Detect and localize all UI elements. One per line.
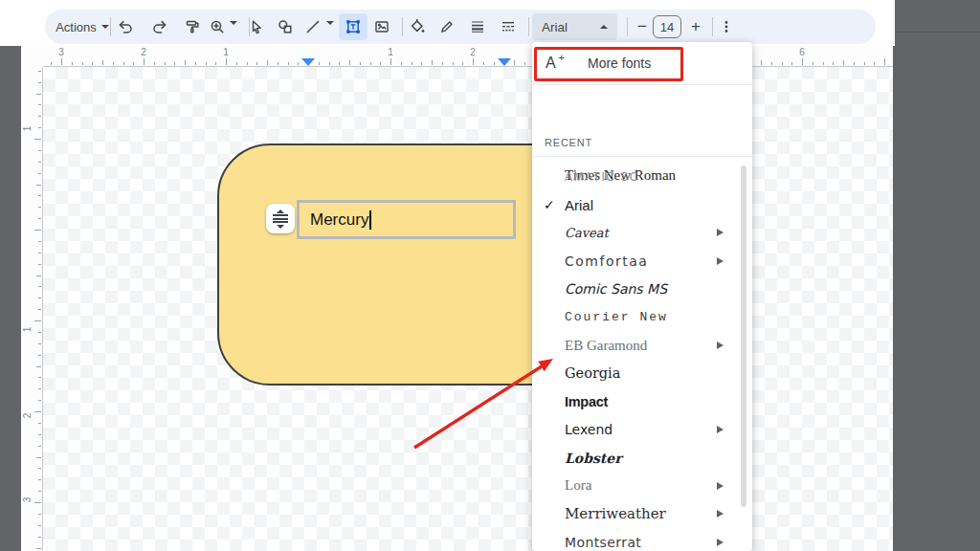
ruler-tick bbox=[329, 62, 330, 66]
font-name: Comic Sans MS bbox=[565, 281, 667, 297]
ruler-tick bbox=[432, 60, 433, 65]
ruler-tick bbox=[38, 218, 42, 219]
ruler-tick bbox=[36, 94, 41, 95]
ruler-tick bbox=[38, 253, 42, 253]
ruler-tick bbox=[38, 491, 42, 492]
submenu-arrow-icon bbox=[717, 510, 724, 518]
ruler-tick bbox=[771, 62, 772, 66]
ruler-tick bbox=[38, 400, 42, 401]
actions-menu-button[interactable]: Actions bbox=[55, 13, 110, 40]
ruler-tick bbox=[36, 366, 41, 367]
fill-color-button[interactable] bbox=[404, 13, 431, 40]
ruler-tick bbox=[864, 62, 865, 66]
ruler-indent-marker[interactable] bbox=[498, 58, 511, 66]
ruler-tick bbox=[34, 139, 41, 140]
text-box-tool-button-active[interactable] bbox=[339, 13, 368, 40]
ruler-tick bbox=[38, 525, 42, 526]
drawing-canvas[interactable]: Mercury bbox=[43, 67, 893, 551]
ruler-tick bbox=[51, 62, 52, 66]
ruler-tick bbox=[256, 62, 257, 66]
line-tool-button[interactable] bbox=[300, 13, 326, 40]
submenu-arrow-icon bbox=[717, 229, 724, 236]
ruler-tick bbox=[298, 62, 299, 66]
ruler-tick bbox=[38, 150, 42, 151]
font-menu-item-merriweather[interactable]: Merriweather bbox=[532, 500, 752, 528]
line-weight-button[interactable] bbox=[464, 13, 491, 40]
ruler-tick bbox=[34, 230, 41, 231]
vertical-ruler[interactable]: 1123 bbox=[21, 67, 43, 551]
ruler-tick bbox=[185, 60, 186, 65]
ruler-tick bbox=[38, 195, 42, 196]
font-menu-item-courier[interactable]: Courier New bbox=[532, 303, 752, 331]
font-size-input[interactable]: 14 bbox=[653, 15, 681, 38]
line-color-button[interactable] bbox=[434, 13, 460, 40]
ruler-tick bbox=[102, 60, 103, 65]
font-menu-item-comic[interactable]: Comic Sans MS bbox=[532, 276, 752, 303]
font-size-value: 14 bbox=[660, 20, 674, 34]
horizontal-ruler[interactable]: 321126 bbox=[43, 46, 893, 67]
text-drag-handle[interactable] bbox=[266, 204, 295, 233]
font-menu-item-arial[interactable]: ✓Arial bbox=[532, 190, 752, 218]
font-name: Merriweather bbox=[565, 505, 666, 522]
ruler-tick bbox=[524, 62, 525, 66]
ruler-tick bbox=[36, 548, 41, 549]
font-menu-item-comfortaa[interactable]: Comfortaa bbox=[532, 247, 752, 275]
font-menu-item-lobster[interactable]: Lobster bbox=[532, 444, 752, 472]
more-fonts-menu-item[interactable]: A+ More fonts bbox=[532, 42, 752, 83]
ruler-tick bbox=[38, 332, 42, 333]
ruler-tick bbox=[38, 514, 42, 515]
ruler-tick bbox=[215, 62, 216, 66]
ruler-tick bbox=[38, 309, 42, 310]
zoom-dropdown-arrow[interactable] bbox=[230, 21, 237, 25]
ruler-tick bbox=[144, 58, 145, 65]
font-family-selector[interactable]: Arial bbox=[532, 13, 617, 40]
font-name: Courier New bbox=[565, 310, 668, 324]
font-menu-item-lexend[interactable]: Lexend bbox=[532, 416, 752, 444]
ruler-tick bbox=[278, 62, 278, 66]
line-dash-button[interactable] bbox=[495, 13, 522, 40]
paint-format-button[interactable] bbox=[179, 13, 206, 40]
ruler-tick bbox=[34, 502, 41, 503]
font-menu-item-georgia[interactable]: Georgia bbox=[532, 360, 752, 387]
ruler-tick bbox=[38, 355, 42, 356]
font-name: Impact bbox=[565, 394, 608, 409]
ruler-tick bbox=[494, 62, 495, 66]
ruler-tick bbox=[380, 62, 381, 66]
ruler-tick bbox=[36, 276, 41, 276]
font-name: Amatic SC bbox=[565, 170, 639, 184]
ruler-corner bbox=[21, 46, 43, 67]
toolbar-divider bbox=[402, 17, 403, 36]
more-fonts-icon: A+ bbox=[546, 55, 568, 72]
toolbar-divider bbox=[110, 17, 111, 36]
font-menu-item-garamond[interactable]: EB Garamond bbox=[532, 331, 752, 359]
ruler-indent-marker[interactable] bbox=[301, 58, 315, 66]
font-menu-item-montserrat[interactable]: Montserrat bbox=[532, 528, 752, 551]
ruler-tick bbox=[38, 479, 42, 480]
line-dropdown-arrow[interactable] bbox=[326, 21, 334, 25]
ruler-tick bbox=[38, 388, 42, 389]
increase-font-size-button[interactable]: + bbox=[683, 13, 708, 40]
ruler-tick bbox=[38, 162, 42, 163]
ruler-tick bbox=[36, 185, 41, 186]
image-tool-button[interactable] bbox=[368, 13, 395, 40]
ruler-tick bbox=[514, 60, 515, 65]
zoom-button[interactable] bbox=[204, 13, 231, 40]
pencil-icon bbox=[438, 18, 456, 35]
font-menu-item-amatic[interactable]: Amatic SC bbox=[532, 163, 752, 190]
redo-button[interactable] bbox=[146, 13, 173, 40]
ruler-tick bbox=[61, 58, 62, 65]
undo-button[interactable] bbox=[112, 13, 139, 40]
font-menu-item-lora[interactable]: Lora bbox=[532, 472, 752, 499]
check-icon: ✓ bbox=[544, 197, 555, 212]
shape-tool-button[interactable] bbox=[272, 13, 299, 40]
decrease-font-size-button[interactable]: − bbox=[630, 13, 655, 40]
font-menu-item-impact[interactable]: Impact bbox=[532, 387, 752, 415]
select-tool-button[interactable] bbox=[243, 13, 270, 40]
font-menu-item-caveat[interactable]: Caveat bbox=[532, 219, 752, 247]
shape-text-editor[interactable]: Mercury bbox=[297, 200, 516, 239]
more-options-button[interactable] bbox=[713, 13, 740, 40]
workspace: 321126 1123 Mercury bbox=[0, 46, 895, 551]
ruler-label: 2 bbox=[470, 47, 476, 57]
menu-scrollbar[interactable] bbox=[741, 165, 746, 507]
ruler-tick bbox=[473, 58, 474, 65]
